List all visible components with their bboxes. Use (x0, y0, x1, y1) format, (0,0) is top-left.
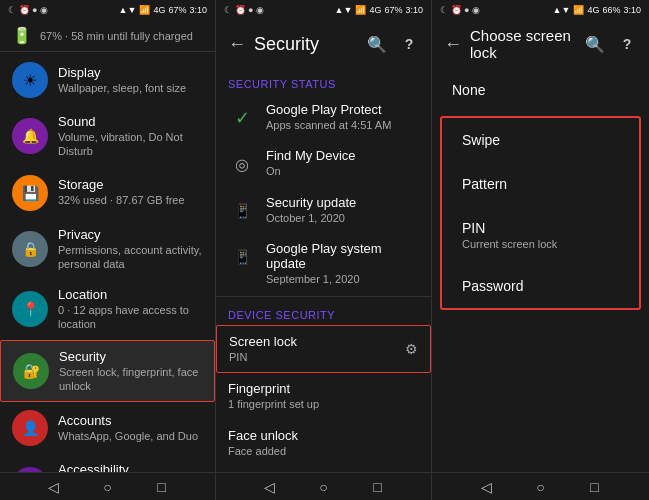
play-system-icon: 📱 (228, 243, 256, 271)
home-nav-btn-2[interactable]: ○ (312, 475, 336, 499)
play-protect-title: Google Play Protect (266, 102, 419, 117)
security-item-screen-lock[interactable]: Screen lock PIN ⚙ (216, 325, 431, 373)
network-icon-2: ▲▼ (335, 5, 353, 15)
sec-update-icon: 📱 (228, 197, 256, 225)
settings-item-security[interactable]: 🔐 Security Screen lock, fingerprint, fac… (0, 340, 215, 403)
signal-icon-3: 📶 (573, 5, 584, 15)
divider-1 (0, 51, 215, 52)
settings-item-accounts[interactable]: 👤 Accounts WhatsApp, Google, and Duo (0, 402, 215, 454)
settings-item-location[interactable]: 📍 Location 0 · 12 apps have access to lo… (0, 279, 215, 340)
signal-icon: 📶 (139, 5, 150, 15)
lock-options-box: Swipe Pattern PIN Current screen lock Pa… (440, 116, 641, 310)
accounts-text: Accounts WhatsApp, Google, and Duo (58, 413, 203, 443)
device-security-label: DEVICE SECURITY (216, 299, 431, 325)
security-text: Security Screen lock, fingerprint, face … (59, 349, 202, 394)
recents-nav-btn[interactable]: □ (150, 475, 174, 499)
find-device-subtitle: On (266, 164, 419, 178)
settings-list: ☀ Display Wallpaper, sleep, font size 🔔 … (0, 54, 215, 472)
lock-option-none[interactable]: None (432, 68, 649, 112)
back-nav-btn-3[interactable]: ◁ (475, 475, 499, 499)
status-bar-3: ☾ ⏰ ● ◉ ▲▼ 📶 4G 66% 3:10 (432, 0, 649, 20)
lock-option-swipe-label: Swipe (462, 132, 500, 148)
network-type-2: 4G (369, 5, 381, 15)
lock-option-password[interactable]: Password (442, 264, 639, 308)
time-display: 3:10 (189, 5, 207, 15)
privacy-icon: 🔒 (12, 231, 48, 267)
settings-item-sound[interactable]: 🔔 Sound Volume, vibration, Do Not Distur… (0, 106, 215, 167)
lock-option-pin-subtitle: Current screen lock (462, 238, 619, 250)
privacy-subtitle: Permissions, account activity, personal … (58, 243, 203, 272)
more-button-screenlock[interactable]: ? (617, 34, 637, 54)
signal-icon-2: 📶 (355, 5, 366, 15)
security-item-fingerprint[interactable]: Fingerprint 1 fingerprint set up (216, 373, 431, 419)
settings-item-display[interactable]: ☀ Display Wallpaper, sleep, font size (0, 54, 215, 106)
nav-bar-3: ◁ ○ □ (432, 472, 649, 500)
storage-subtitle: 32% used · 87.67 GB free (58, 193, 203, 207)
play-system-subtitle: September 1, 2020 (266, 272, 419, 286)
storage-icon: 💾 (12, 175, 48, 211)
recents-nav-btn-3[interactable]: □ (583, 475, 607, 499)
security-item-face-unlock[interactable]: Face unlock Face added (216, 420, 431, 466)
privacy-title: Privacy (58, 227, 203, 242)
security-header-icons: 🔍 ? (367, 34, 419, 54)
screenlock-panel: ☾ ⏰ ● ◉ ▲▼ 📶 4G 66% 3:10 ← Choose screen… (432, 0, 649, 500)
settings-item-accessibility[interactable]: ♿ Accessibility Screen readers, display,… (0, 454, 215, 472)
nav-bar-2: ◁ ○ □ (216, 472, 431, 500)
security-item-play-protect[interactable]: ✓ Google Play Protect Apps scanned at 4:… (216, 94, 431, 140)
network-icon-3: ▲▼ (553, 5, 571, 15)
accessibility-text: Accessibility Screen readers, display, i… (58, 462, 203, 472)
security-item-find-device[interactable]: ◎ Find My Device On (216, 140, 431, 186)
location-subtitle: 0 · 12 apps have access to location (58, 303, 203, 332)
status-icons-right: ▲▼ 📶 4G 67% 3:10 (119, 5, 207, 15)
security-panel-title: Security (254, 34, 367, 55)
find-device-icon: ◎ (228, 150, 256, 178)
status-icons-3: ☾ ⏰ ● ◉ (440, 5, 480, 15)
search-button-screenlock[interactable]: 🔍 (585, 34, 605, 54)
fingerprint-subtitle: 1 fingerprint set up (228, 397, 419, 411)
home-nav-btn-3[interactable]: ○ (529, 475, 553, 499)
back-nav-btn[interactable]: ◁ (42, 475, 66, 499)
home-nav-btn[interactable]: ○ (96, 475, 120, 499)
display-icon: ☀ (12, 62, 48, 98)
face-unlock-subtitle: Face added (228, 444, 419, 458)
face-unlock-title: Face unlock (228, 428, 419, 443)
status-icons-right-2: ▲▼ 📶 4G 67% 3:10 (335, 5, 423, 15)
more-button-security[interactable]: ? (399, 34, 419, 54)
security-list: SECURITY STATUS ✓ Google Play Protect Ap… (216, 68, 431, 472)
settings-item-privacy[interactable]: 🔒 Privacy Permissions, account activity,… (0, 219, 215, 280)
screenlock-options-list: None Swipe Pattern PIN Current screen lo… (432, 68, 649, 472)
battery-pct-3: 66% (602, 5, 620, 15)
play-system-text: Google Play system update September 1, 2… (266, 241, 419, 286)
battery-pct: 67% (168, 5, 186, 15)
back-arrow-screenlock[interactable]: ← (444, 34, 462, 55)
settings-item-storage[interactable]: 💾 Storage 32% used · 87.67 GB free (0, 167, 215, 219)
security-item-sec-update[interactable]: 📱 Security update October 1, 2020 (216, 187, 431, 233)
recents-nav-btn-2[interactable]: □ (366, 475, 390, 499)
time-display-2: 3:10 (405, 5, 423, 15)
screen-lock-text: Screen lock PIN (229, 334, 405, 364)
lock-option-pin-label: PIN (462, 220, 485, 236)
lock-option-pattern[interactable]: Pattern (442, 162, 639, 206)
sound-icon: 🔔 (12, 118, 48, 154)
accounts-icon: 👤 (12, 410, 48, 446)
battery-pct-2: 67% (384, 5, 402, 15)
gear-icon[interactable]: ⚙ (405, 341, 418, 357)
sound-subtitle: Volume, vibration, Do Not Disturb (58, 130, 203, 159)
display-subtitle: Wallpaper, sleep, font size (58, 81, 203, 95)
back-arrow-security[interactable]: ← (228, 34, 246, 55)
lock-option-swipe[interactable]: Swipe (442, 118, 639, 162)
security-header: ← Security 🔍 ? (216, 20, 431, 68)
security-item-play-system[interactable]: 📱 Google Play system update September 1,… (216, 233, 431, 294)
back-nav-btn-2[interactable]: ◁ (258, 475, 282, 499)
location-title: Location (58, 287, 203, 302)
play-system-title: Google Play system update (266, 241, 419, 271)
privacy-text: Privacy Permissions, account activity, p… (58, 227, 203, 272)
accessibility-title: Accessibility (58, 462, 203, 472)
lock-option-password-label: Password (462, 278, 523, 294)
location-icon: 📍 (12, 291, 48, 327)
screenlock-title: Choose screen lock (470, 27, 585, 61)
lock-option-pin[interactable]: PIN Current screen lock (442, 206, 639, 264)
search-button-security[interactable]: 🔍 (367, 34, 387, 54)
lock-option-none-label: None (452, 82, 485, 98)
find-device-title: Find My Device (266, 148, 419, 163)
